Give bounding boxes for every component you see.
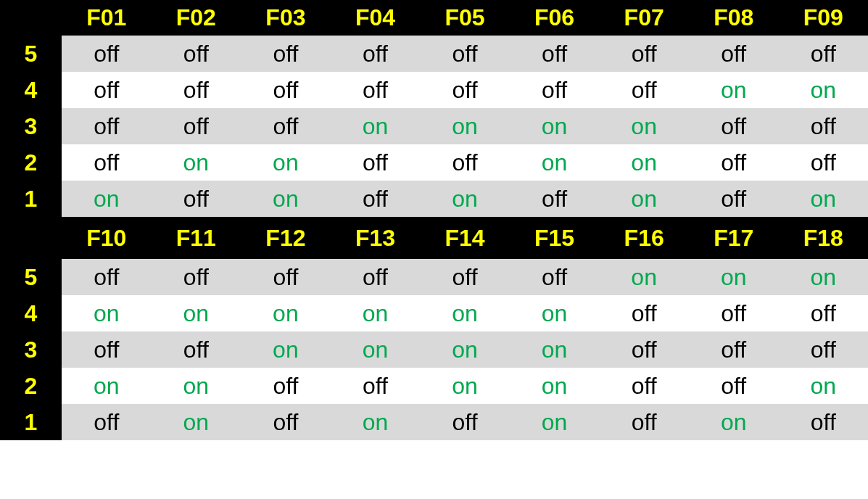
row-label: 3 <box>0 108 62 144</box>
column-header: F08 <box>689 4 779 31</box>
cell-on: on <box>510 300 600 327</box>
cell-off: off <box>62 149 152 176</box>
cell-off: off <box>779 149 869 176</box>
cell-off: off <box>420 264 510 291</box>
cell-on: on <box>62 186 152 213</box>
table-group-1: F10 F11 F12 F13 F14 F15 F16 F17 F18 5 of… <box>0 217 868 440</box>
cell-on: on <box>420 186 510 213</box>
cell-on: on <box>62 300 152 327</box>
cell-off: off <box>152 264 241 291</box>
cell-on: on <box>331 113 421 140</box>
cell-on: on <box>420 300 510 327</box>
row-label: 2 <box>0 144 62 181</box>
cell-off: off <box>599 300 689 327</box>
cell-on: on <box>689 409 779 436</box>
row-label: 3 <box>0 331 62 368</box>
cell-on: on <box>510 113 600 140</box>
cell-off: off <box>152 41 241 67</box>
cell-off: off <box>599 337 689 363</box>
column-header: F06 <box>510 4 600 31</box>
cell-on: on <box>599 149 689 176</box>
column-header: F18 <box>779 225 869 252</box>
cell-off: off <box>420 149 510 176</box>
cell-off: off <box>779 337 869 363</box>
cell-off: off <box>331 149 421 176</box>
column-header: F10 <box>62 225 152 252</box>
column-header: F07 <box>599 4 689 31</box>
cell-off: off <box>599 77 689 104</box>
table-row: 2 on on off off on on off off on <box>0 368 868 404</box>
cell-off: off <box>689 149 779 176</box>
cell-on: on <box>510 373 600 400</box>
cell-on: on <box>152 409 241 436</box>
cell-on: on <box>689 77 779 104</box>
table-row: 5 off off off off off off on on on <box>0 259 868 295</box>
header-row-1: F10 F11 F12 F13 F14 F15 F16 F17 F18 <box>0 217 868 259</box>
table-group-0: F01 F02 F03 F04 F05 F06 F07 F08 F09 5 of… <box>0 0 868 217</box>
cell-off: off <box>599 41 689 67</box>
cell-off: off <box>779 41 869 67</box>
table-row: 1 on off on off on off on off on <box>0 181 868 217</box>
cell-off: off <box>331 77 421 104</box>
cell-off: off <box>510 41 600 67</box>
cell-off: off <box>241 77 331 104</box>
column-header: F05 <box>420 4 510 31</box>
row-label: 4 <box>0 295 62 331</box>
cell-off: off <box>510 264 600 291</box>
cell-on: on <box>331 409 421 436</box>
column-header: F11 <box>152 225 241 252</box>
cell-on: on <box>510 149 600 176</box>
cell-on: on <box>779 186 869 213</box>
cell-on: on <box>599 113 689 140</box>
row-label: 4 <box>0 72 62 108</box>
row-label: 1 <box>0 404 62 440</box>
cell-off: off <box>62 264 152 291</box>
table-row: 3 off off off on on on on off off <box>0 108 868 144</box>
table-row: 1 off on off on off on off on off <box>0 404 868 440</box>
column-header: F15 <box>510 225 600 252</box>
cell-on: on <box>599 264 689 291</box>
cell-off: off <box>779 300 869 327</box>
cell-off: off <box>599 409 689 436</box>
table-row: 3 off off on on on on off off off <box>0 331 868 368</box>
cell-off: off <box>241 41 331 67</box>
cell-off: off <box>241 264 331 291</box>
cell-on: on <box>241 186 331 213</box>
cell-off: off <box>62 113 152 140</box>
column-header: F02 <box>152 4 241 31</box>
cell-off: off <box>152 337 241 363</box>
cell-off: off <box>331 264 421 291</box>
row-label: 2 <box>0 368 62 404</box>
cell-off: off <box>62 41 152 67</box>
cell-off: off <box>331 373 421 400</box>
table-row: 4 on on on on on on off off off <box>0 295 868 331</box>
column-header: F17 <box>689 225 779 252</box>
cell-off: off <box>62 409 152 436</box>
cell-on: on <box>689 264 779 291</box>
cell-off: off <box>599 373 689 400</box>
table-row: 2 off on on off off on on off off <box>0 144 868 181</box>
column-header: F12 <box>241 225 331 252</box>
cell-off: off <box>510 77 600 104</box>
cell-on: on <box>241 337 331 363</box>
cell-off: off <box>689 300 779 327</box>
row-label: 5 <box>0 259 62 295</box>
cell-off: off <box>689 41 779 67</box>
cell-off: off <box>779 409 869 436</box>
cell-off: off <box>241 113 331 140</box>
cell-on: on <box>152 373 241 400</box>
column-header: F03 <box>241 4 331 31</box>
cell-off: off <box>331 41 421 67</box>
cell-off: off <box>241 373 331 400</box>
cell-off: off <box>689 186 779 213</box>
cell-on: on <box>331 300 421 327</box>
cell-off: off <box>152 77 241 104</box>
cell-off: off <box>241 409 331 436</box>
cell-on: on <box>241 149 331 176</box>
cell-on: on <box>241 300 331 327</box>
cell-on: on <box>779 264 869 291</box>
header-row-0: F01 F02 F03 F04 F05 F06 F07 F08 F09 <box>0 0 868 36</box>
table-row: 5 off off off off off off off off off <box>0 36 868 72</box>
cell-on: on <box>510 409 600 436</box>
cell-on: on <box>152 300 241 327</box>
